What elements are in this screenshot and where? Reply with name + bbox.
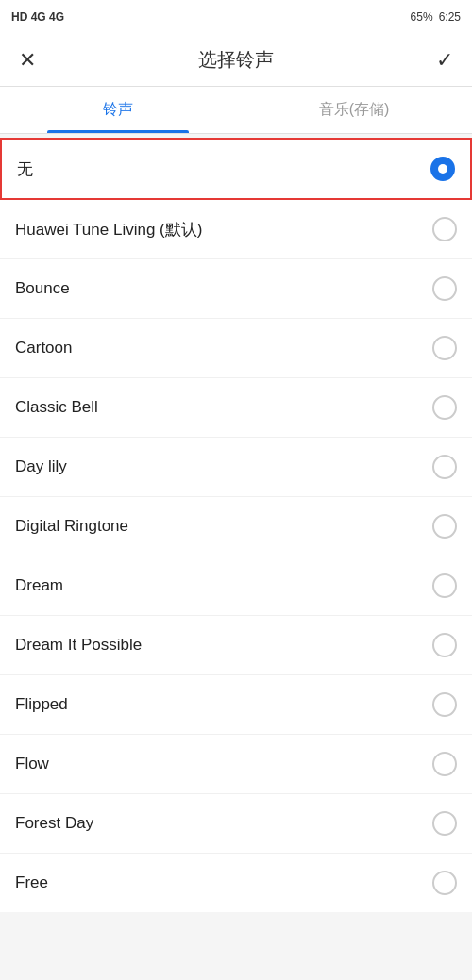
- item-label-bounce: Bounce: [15, 279, 70, 298]
- list-item-digital-ringtone[interactable]: Digital Ringtone: [0, 497, 472, 556]
- list-item-dream-it-possible[interactable]: Dream It Possible: [0, 616, 472, 675]
- item-label-cartoon: Cartoon: [15, 339, 72, 357]
- item-label-forest-day: Forest Day: [15, 814, 93, 833]
- radio-dream-it-possible: [432, 633, 457, 657]
- item-label-huawei-tune: Huawei Tune Living (默认): [15, 219, 202, 241]
- item-label-classic-bell: Classic Bell: [15, 398, 98, 417]
- radio-flow: [432, 752, 457, 776]
- page-title: 选择铃声: [198, 47, 274, 73]
- status-network: HD 4G 4G: [11, 10, 64, 24]
- radio-inner-none: [438, 164, 447, 174]
- radio-flipped: [432, 692, 457, 717]
- item-label-dream: Dream: [15, 576, 63, 595]
- close-button[interactable]: ✕: [15, 44, 40, 76]
- list-item-huawei-tune[interactable]: Huawei Tune Living (默认): [0, 200, 472, 259]
- network-label: HD 4G 4G: [11, 10, 64, 24]
- tabs-container: 铃声 音乐(存储): [0, 87, 472, 134]
- item-label-flow: Flow: [15, 755, 49, 773]
- tab-ringtone-label: 铃声: [103, 101, 133, 117]
- radio-bounce: [432, 276, 457, 301]
- tab-music[interactable]: 音乐(存储): [236, 87, 472, 133]
- tab-ringtone[interactable]: 铃声: [0, 87, 236, 133]
- radio-forest-day: [432, 811, 457, 836]
- list-item-free[interactable]: Free: [0, 854, 472, 912]
- radio-huawei-tune: [432, 217, 457, 241]
- tab-music-label: 音乐(存储): [319, 101, 390, 117]
- item-label-day-lily: Day lily: [15, 457, 67, 476]
- radio-classic-bell: [432, 395, 457, 420]
- list-item-forest-day[interactable]: Forest Day: [0, 794, 472, 854]
- item-label-digital-ringtone: Digital Ringtone: [15, 517, 128, 536]
- radio-none: [430, 157, 455, 181]
- list-item-cartoon[interactable]: Cartoon: [0, 319, 472, 378]
- confirm-button[interactable]: ✓: [432, 44, 457, 76]
- item-label-dream-it-possible: Dream It Possible: [15, 636, 142, 655]
- nav-bar: ✕ 选择铃声 ✓: [0, 34, 472, 87]
- list-item-dream[interactable]: Dream: [0, 556, 472, 616]
- radio-day-lily: [432, 455, 457, 479]
- list-item-classic-bell[interactable]: Classic Bell: [0, 378, 472, 438]
- time-label: 6:25: [439, 10, 461, 24]
- radio-cartoon: [432, 336, 457, 360]
- list-item-flipped[interactable]: Flipped: [0, 675, 472, 735]
- list-item-day-lily[interactable]: Day lily: [0, 438, 472, 497]
- item-label-free: Free: [15, 873, 48, 892]
- list-item-none[interactable]: 无: [0, 138, 472, 200]
- item-label-none: 无: [17, 158, 33, 180]
- radio-digital-ringtone: [432, 514, 457, 539]
- list-item-flow[interactable]: Flow: [0, 735, 472, 794]
- status-bar: HD 4G 4G 65% 6:25: [0, 0, 472, 34]
- list-item-bounce[interactable]: Bounce: [0, 259, 472, 319]
- ringtone-list: 无 Huawei Tune Living (默认) Bounce Cartoon…: [0, 138, 472, 912]
- radio-dream: [432, 573, 457, 598]
- radio-free: [432, 871, 457, 895]
- status-right: 65% 6:25: [411, 10, 461, 24]
- item-label-flipped: Flipped: [15, 695, 68, 714]
- battery-label: 65%: [411, 10, 433, 24]
